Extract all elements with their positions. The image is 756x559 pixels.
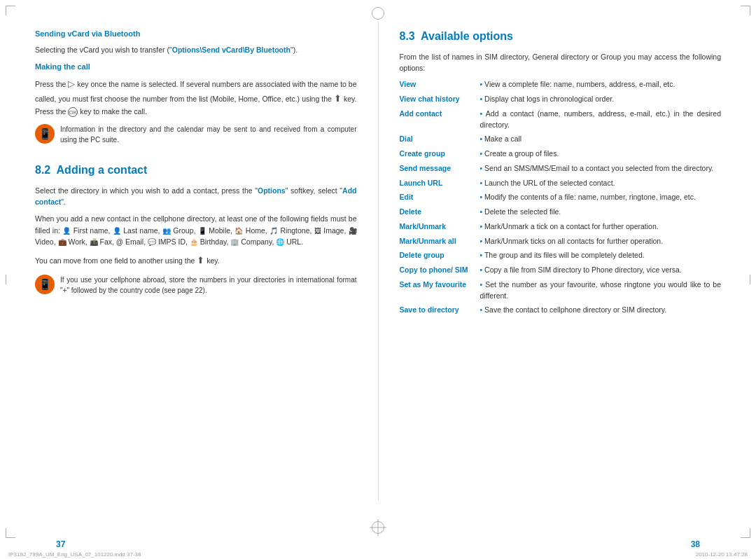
options-row: ViewView a complete file: name, numbers,… (400, 79, 722, 90)
section-82: 8.2 Adding a contact Select the director… (35, 162, 357, 301)
notice-text-1: Information in the directory and the cal… (60, 124, 357, 145)
corner-mark-tr (741, 6, 750, 15)
page-container: Sending vCard via Bluetooth Selecting th… (0, 0, 756, 559)
options-row: Add contactAdd a contact (name, numbers,… (400, 109, 722, 131)
page-num-right: 38 (691, 539, 700, 549)
options-row: EditModify the contents of a file: name,… (400, 192, 722, 203)
option-desc: The group and its files will be complete… (480, 250, 722, 261)
move-field-text: You can move from one field to another u… (35, 254, 357, 268)
option-label: Copy to phone/ SIM (400, 265, 480, 276)
option-desc: Send an SMS/MMS/Email to a contact you s… (480, 163, 722, 174)
options-row: Launch URLLaunch the URL of the selected… (400, 178, 722, 189)
options-row: Mark/Unmark allMark/Unmark ticks on all … (400, 236, 722, 247)
option-desc: Save the contact to cellphone directory … (480, 305, 722, 316)
notice-icon-2: 📱 (35, 275, 55, 294)
bottom-right: 2010-12-20 13:47:28 (696, 551, 748, 558)
option-label: Launch URL (400, 178, 480, 189)
option-desc: Mark/Unmark a tick on a contact for furt… (480, 221, 722, 233)
section83-intro: From the list of names in SIM directory,… (400, 51, 722, 74)
options-row: DialMake a call (400, 134, 722, 145)
options-row: Set as My favouriteSet the number as you… (400, 280, 722, 302)
section-83-heading: 8.3 Available options (400, 28, 722, 46)
bluetooth-text: Selecting the vCard you wish to transfer… (35, 44, 357, 55)
option-label: Delete group (400, 250, 480, 261)
option-label: View (400, 79, 480, 90)
options-row: Create groupCreate a group of files. (400, 149, 722, 160)
option-label: Add contact (400, 109, 480, 120)
crosshair-top (372, 7, 384, 20)
section-82-heading: 8.2 Adding a contact (35, 162, 357, 179)
option-label: Set as My favourite (400, 280, 480, 291)
making-call-text: Press the ▷ key once the name is selecte… (35, 77, 357, 117)
crosshair-bottom (372, 521, 384, 534)
left-page: Sending vCard via Bluetooth Selecting th… (21, 21, 379, 501)
corner-mark-tl (6, 6, 15, 15)
right-page: 8.3 Available options From the list of n… (379, 21, 736, 501)
option-label: View chat history (400, 94, 480, 105)
notice-icon-1: 📱 (35, 124, 55, 144)
side-mark-right (745, 275, 750, 284)
page-num-left: 37 (56, 539, 65, 549)
notice-text-2: If you use your cellphone abroad, store … (60, 275, 357, 296)
notice-box-1: 📱 Information in the directory and the c… (35, 124, 357, 151)
option-desc: Add a contact (name, numbers, address, e… (480, 109, 722, 131)
option-desc: Copy a file from SIM directory to Phone … (480, 265, 722, 276)
option-label: Dial (400, 134, 480, 145)
option-desc: Launch the URL of the selected contact. (480, 178, 722, 189)
bottom-left: IP3192_799A_UM_Eng_USA_07_101220.indd 37… (8, 551, 141, 558)
option-desc: Create a group of files. (480, 149, 722, 160)
option-label: Create group (400, 149, 480, 160)
options-row: Mark/UnmarkMark/Unmark a tick on a conta… (400, 221, 722, 233)
options-row: View chat historyDisplay chat logs in ch… (400, 94, 722, 105)
content-area: Sending vCard via Bluetooth Selecting th… (0, 0, 756, 532)
option-desc: Set the number as your favourite, whose … (480, 280, 722, 302)
options-row: Save to directorySave the contact to cel… (400, 305, 722, 316)
options-row: Copy to phone/ SIMCopy a file from SIM d… (400, 265, 722, 276)
option-desc: Make a call (480, 134, 722, 145)
sending-vcard-title: Sending vCard via Bluetooth (35, 28, 357, 40)
corner-mark-br (741, 528, 750, 538)
making-call-title: Making the call (35, 61, 357, 73)
options-row: Send messageSend an SMS/MMS/Email to a c… (400, 163, 722, 174)
option-desc: View a complete file: name, numbers, add… (480, 79, 722, 90)
option-desc: Delete the selected file. (480, 207, 722, 218)
notice-box-2: 📱 If you use your cellphone abroad, stor… (35, 275, 357, 301)
options-row: Delete groupThe group and its files will… (400, 250, 722, 261)
options-table: ViewView a complete file: name, numbers,… (400, 79, 722, 316)
option-label: Edit (400, 192, 480, 203)
option-desc: Modify the contents of a file: name, num… (480, 192, 722, 203)
bottom-bar: IP3192_799A_UM_Eng_USA_07_101220.indd 37… (0, 551, 756, 558)
option-label: Send message (400, 163, 480, 174)
section82-text2: When you add a new contact in the cellph… (35, 213, 357, 247)
option-label: Save to directory (400, 305, 480, 316)
crosshair-bottom-circle (372, 521, 384, 534)
options-row: DeleteDelete the selected file. (400, 207, 722, 218)
side-mark-left (6, 275, 11, 284)
option-label: Mark/Unmark all (400, 236, 480, 247)
corner-mark-bl (6, 528, 15, 538)
section82-text1: Select the directory in which you wish t… (35, 185, 357, 208)
option-desc: Display chat logs in chronological order… (480, 94, 722, 105)
option-desc: Mark/Unmark ticks on all contacts for fu… (480, 236, 722, 247)
option-label: Delete (400, 207, 480, 218)
option-label: Mark/Unmark (400, 221, 480, 233)
page-numbers: 37 38 (0, 539, 756, 549)
